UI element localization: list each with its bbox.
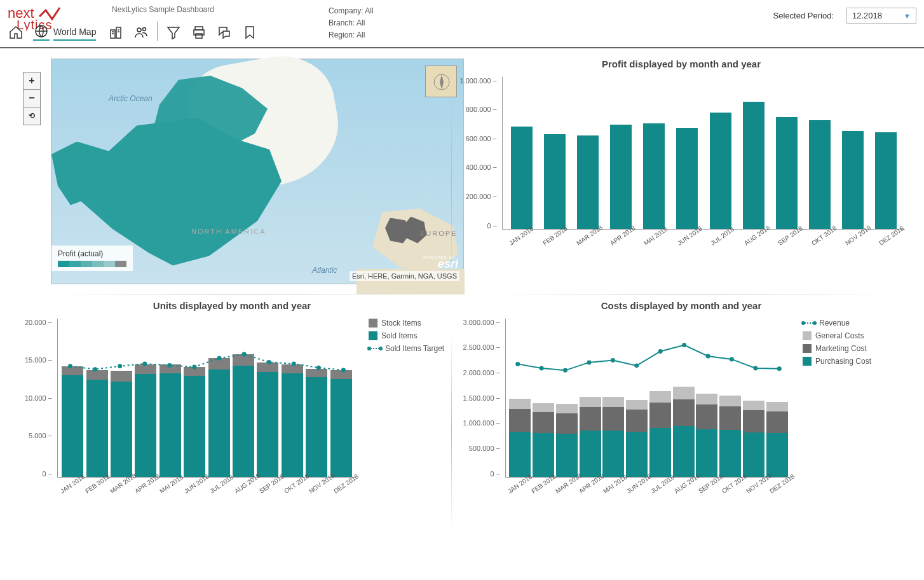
legend-item[interactable]: General Costs [803, 331, 871, 340]
filter-branch: Branch: All [329, 17, 773, 29]
svg-point-28 [540, 366, 544, 370]
period-label: Selected Period: [773, 11, 834, 20]
bar-profit-11[interactable] [875, 77, 897, 229]
svg-point-31 [611, 358, 615, 362]
bar-profit-1[interactable] [544, 77, 566, 229]
label-arctic-ocean: Arctic Ocean [109, 94, 153, 103]
filter-icon[interactable] [165, 24, 182, 41]
bar-profit-8[interactable] [776, 77, 798, 229]
buildings-icon[interactable] [107, 24, 124, 41]
profit-x-axis: JAN 2018FEB 2018MAR 2018APR 2018MAI 2018… [458, 233, 905, 248]
label-atlantic: Atlantic [312, 266, 337, 275]
print-icon[interactable] [191, 24, 207, 41]
legend-item[interactable]: Sold Items Target [369, 344, 444, 353]
comment-icon[interactable] [216, 24, 233, 41]
users-icon[interactable] [133, 24, 149, 41]
panel-divider [451, 332, 452, 529]
filter-summary: Company: All Branch: All Region: All [329, 5, 773, 42]
zoom-home-button[interactable]: ⟲ [23, 107, 41, 125]
svg-point-36 [730, 357, 734, 361]
zoom-out-button[interactable]: − [23, 90, 41, 107]
app-title: NextLytics Sample Dashboard [112, 5, 214, 15]
svg-point-15 [68, 364, 72, 368]
svg-point-23 [267, 360, 271, 364]
svg-point-20 [192, 364, 196, 369]
globe-icon[interactable] [33, 24, 50, 41]
chevron-down-icon: ▼ [904, 12, 911, 20]
svg-point-22 [242, 352, 247, 356]
bar-profit-10[interactable] [842, 77, 864, 229]
panel-divider [51, 294, 432, 294]
home-icon[interactable] [8, 24, 24, 41]
legend-item[interactable]: Marketing Cost [803, 344, 871, 353]
panel-divider [451, 90, 452, 275]
filter-region: Region: All [329, 29, 773, 41]
filter-company: Company: All [329, 5, 773, 17]
legend-item[interactable]: Stock Items [369, 319, 444, 328]
costs-y-axis: 3.000.000 −2.500.000 −2.000.000 −1.500.0… [458, 319, 505, 478]
units-plot[interactable] [57, 319, 356, 478]
tab-world-map[interactable]: World Map [53, 27, 96, 41]
bookmark-icon[interactable] [241, 24, 258, 41]
svg-point-18 [142, 361, 147, 366]
units-x-axis: JAN 2018FEB 2018MAR 2018APR 2018MAI 2018… [19, 481, 356, 496]
map-zoom-controls: + − ⟲ [23, 72, 41, 125]
legend-item[interactable]: Purchasing Cost [803, 357, 871, 366]
costs-plot[interactable] [505, 319, 791, 478]
profit-y-axis: 1.000.000 −800.000 −600.000 −400.000 −20… [458, 77, 502, 230]
units-y-axis: 20.000 −15.000 −10.000 −5.000 −0 − [19, 319, 57, 478]
svg-point-25 [316, 365, 321, 369]
legend-item[interactable]: Revenue [803, 319, 871, 328]
svg-point-38 [777, 366, 782, 371]
period-dropdown[interactable]: 12.2018 ▼ [846, 8, 916, 24]
zoom-in-button[interactable]: + [23, 72, 41, 90]
units-chart-title: Units displayed by month and year [19, 300, 445, 311]
period-value: 12.2018 [852, 11, 882, 20]
costs-legend: RevenueGeneral CostsMarketing CostPurcha… [803, 319, 871, 478]
bar-profit-0[interactable] [511, 77, 533, 229]
profit-plot[interactable] [502, 77, 905, 230]
bar-profit-9[interactable] [809, 77, 831, 229]
svg-point-30 [587, 360, 591, 364]
svg-point-33 [658, 349, 663, 354]
svg-point-34 [682, 343, 686, 347]
svg-point-10 [143, 27, 146, 31]
map-attribution: Esri, HERE, Garmin, NGA, USGS [350, 271, 459, 281]
world-map[interactable]: + − ⟲ Arctic Ocean Atlantic NORTH AMERIC… [51, 59, 464, 284]
svg-point-32 [634, 363, 639, 368]
svg-rect-4 [116, 27, 121, 38]
svg-point-21 [217, 356, 222, 360]
toolbar-divider [157, 22, 158, 41]
svg-point-17 [118, 364, 122, 368]
profit-chart-title: Profit displayed by month and year [458, 59, 905, 69]
bar-profit-3[interactable] [610, 77, 632, 229]
legend-item[interactable]: Sold Items [369, 331, 444, 340]
map-legend: Profit (actual) [51, 245, 133, 271]
bar-profit-6[interactable] [710, 77, 731, 229]
svg-point-37 [753, 366, 758, 370]
bar-profit-7[interactable] [743, 77, 764, 229]
costs-x-axis: JAN 2018FEB 2018MAR 2018APR 2018MAI 2018… [458, 481, 791, 496]
bar-profit-4[interactable] [643, 77, 665, 229]
svg-point-19 [167, 363, 172, 368]
profit-chart-panel: Profit displayed by month and year 1.000… [451, 52, 911, 294]
svg-point-26 [341, 368, 346, 372]
bar-profit-5[interactable] [676, 77, 698, 229]
costs-chart-panel: Costs displayed by month and year 3.000.… [451, 294, 911, 548]
costs-chart-title: Costs displayed by month and year [458, 300, 905, 311]
label-north-america: NORTH AMERICA [191, 228, 266, 235]
svg-point-27 [515, 361, 520, 366]
svg-point-16 [93, 367, 97, 371]
map-legend-title: Profit (actual) [58, 249, 126, 258]
svg-rect-13 [196, 34, 202, 38]
bar-profit-2[interactable] [577, 77, 599, 229]
period-selector: Selected Period: 12.2018 ▼ [773, 8, 916, 24]
svg-point-29 [563, 368, 567, 372]
units-chart-panel: Units displayed by month and year 20.000… [13, 294, 451, 548]
panel-divider [489, 294, 892, 294]
svg-point-9 [137, 28, 141, 32]
map-panel: + − ⟲ Arctic Ocean Atlantic NORTH AMERIC… [13, 52, 451, 294]
svg-point-24 [292, 361, 296, 366]
dashboard-grid: + − ⟲ Arctic Ocean Atlantic NORTH AMERIC… [0, 46, 924, 555]
units-legend: Stock ItemsSold ItemsSold Items Target [369, 319, 444, 478]
